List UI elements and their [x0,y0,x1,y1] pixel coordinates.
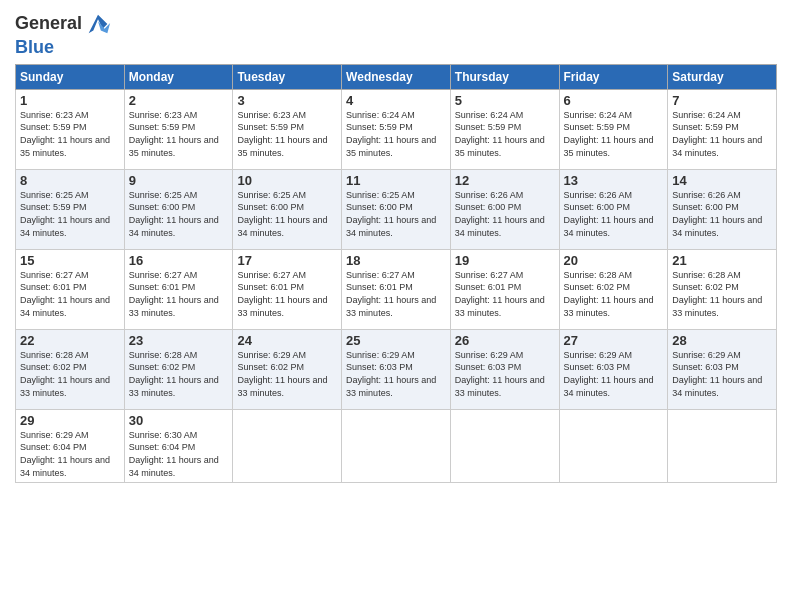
cell-info: Sunrise: 6:28 AMSunset: 6:02 PMDaylight:… [20,349,120,399]
week-row: 1Sunrise: 6:23 AMSunset: 5:59 PMDaylight… [16,89,777,169]
col-header-sunday: Sunday [16,64,125,89]
day-number: 9 [129,173,229,188]
day-number: 5 [455,93,555,108]
day-number: 20 [564,253,664,268]
week-row: 29Sunrise: 6:29 AMSunset: 6:04 PMDayligh… [16,409,777,482]
day-number: 12 [455,173,555,188]
cell-info: Sunrise: 6:24 AMSunset: 5:59 PMDaylight:… [346,109,446,159]
week-row: 22Sunrise: 6:28 AMSunset: 6:02 PMDayligh… [16,329,777,409]
cell-info: Sunrise: 6:29 AMSunset: 6:04 PMDaylight:… [20,429,120,479]
calendar-cell: 9Sunrise: 6:25 AMSunset: 6:00 PMDaylight… [124,169,233,249]
header: General Blue [15,10,777,58]
calendar-cell: 16Sunrise: 6:27 AMSunset: 6:01 PMDayligh… [124,249,233,329]
calendar-cell: 7Sunrise: 6:24 AMSunset: 5:59 PMDaylight… [668,89,777,169]
cell-info: Sunrise: 6:24 AMSunset: 5:59 PMDaylight:… [672,109,772,159]
calendar-cell: 4Sunrise: 6:24 AMSunset: 5:59 PMDaylight… [342,89,451,169]
day-number: 21 [672,253,772,268]
day-number: 8 [20,173,120,188]
calendar-cell: 13Sunrise: 6:26 AMSunset: 6:00 PMDayligh… [559,169,668,249]
cell-info: Sunrise: 6:29 AMSunset: 6:03 PMDaylight:… [564,349,664,399]
calendar-cell: 27Sunrise: 6:29 AMSunset: 6:03 PMDayligh… [559,329,668,409]
calendar-cell: 28Sunrise: 6:29 AMSunset: 6:03 PMDayligh… [668,329,777,409]
calendar-cell: 14Sunrise: 6:26 AMSunset: 6:00 PMDayligh… [668,169,777,249]
day-number: 27 [564,333,664,348]
header-row: SundayMondayTuesdayWednesdayThursdayFrid… [16,64,777,89]
col-header-monday: Monday [124,64,233,89]
calendar-cell: 12Sunrise: 6:26 AMSunset: 6:00 PMDayligh… [450,169,559,249]
day-number: 26 [455,333,555,348]
cell-info: Sunrise: 6:28 AMSunset: 6:02 PMDaylight:… [672,269,772,319]
day-number: 1 [20,93,120,108]
day-number: 24 [237,333,337,348]
cell-info: Sunrise: 6:27 AMSunset: 6:01 PMDaylight:… [129,269,229,319]
cell-info: Sunrise: 6:26 AMSunset: 6:00 PMDaylight:… [672,189,772,239]
col-header-tuesday: Tuesday [233,64,342,89]
cell-info: Sunrise: 6:26 AMSunset: 6:00 PMDaylight:… [455,189,555,239]
calendar-cell [668,409,777,482]
cell-info: Sunrise: 6:25 AMSunset: 6:00 PMDaylight:… [129,189,229,239]
calendar-cell: 17Sunrise: 6:27 AMSunset: 6:01 PMDayligh… [233,249,342,329]
col-header-wednesday: Wednesday [342,64,451,89]
calendar-cell: 10Sunrise: 6:25 AMSunset: 6:00 PMDayligh… [233,169,342,249]
day-number: 13 [564,173,664,188]
logo-text-blue: Blue [15,38,54,58]
day-number: 11 [346,173,446,188]
day-number: 16 [129,253,229,268]
calendar-cell [559,409,668,482]
calendar-cell [233,409,342,482]
logo-icon [84,10,112,38]
calendar-cell: 26Sunrise: 6:29 AMSunset: 6:03 PMDayligh… [450,329,559,409]
calendar-cell: 18Sunrise: 6:27 AMSunset: 6:01 PMDayligh… [342,249,451,329]
day-number: 3 [237,93,337,108]
day-number: 15 [20,253,120,268]
day-number: 6 [564,93,664,108]
calendar-cell: 15Sunrise: 6:27 AMSunset: 6:01 PMDayligh… [16,249,125,329]
col-header-saturday: Saturday [668,64,777,89]
calendar-cell: 5Sunrise: 6:24 AMSunset: 5:59 PMDaylight… [450,89,559,169]
cell-info: Sunrise: 6:30 AMSunset: 6:04 PMDaylight:… [129,429,229,479]
cell-info: Sunrise: 6:25 AMSunset: 5:59 PMDaylight:… [20,189,120,239]
day-number: 19 [455,253,555,268]
cell-info: Sunrise: 6:29 AMSunset: 6:03 PMDaylight:… [455,349,555,399]
day-number: 18 [346,253,446,268]
day-number: 2 [129,93,229,108]
cell-info: Sunrise: 6:24 AMSunset: 5:59 PMDaylight:… [564,109,664,159]
day-number: 30 [129,413,229,428]
calendar-cell: 21Sunrise: 6:28 AMSunset: 6:02 PMDayligh… [668,249,777,329]
cell-info: Sunrise: 6:29 AMSunset: 6:03 PMDaylight:… [672,349,772,399]
calendar-cell: 24Sunrise: 6:29 AMSunset: 6:02 PMDayligh… [233,329,342,409]
calendar-cell: 25Sunrise: 6:29 AMSunset: 6:03 PMDayligh… [342,329,451,409]
day-number: 7 [672,93,772,108]
logo-text-general: General [15,14,82,34]
calendar-cell [342,409,451,482]
cell-info: Sunrise: 6:23 AMSunset: 5:59 PMDaylight:… [20,109,120,159]
calendar-cell: 23Sunrise: 6:28 AMSunset: 6:02 PMDayligh… [124,329,233,409]
day-number: 10 [237,173,337,188]
cell-info: Sunrise: 6:29 AMSunset: 6:02 PMDaylight:… [237,349,337,399]
day-number: 17 [237,253,337,268]
day-number: 25 [346,333,446,348]
cell-info: Sunrise: 6:29 AMSunset: 6:03 PMDaylight:… [346,349,446,399]
calendar-cell: 29Sunrise: 6:29 AMSunset: 6:04 PMDayligh… [16,409,125,482]
calendar-cell: 1Sunrise: 6:23 AMSunset: 5:59 PMDaylight… [16,89,125,169]
week-row: 8Sunrise: 6:25 AMSunset: 5:59 PMDaylight… [16,169,777,249]
calendar-cell: 6Sunrise: 6:24 AMSunset: 5:59 PMDaylight… [559,89,668,169]
col-header-thursday: Thursday [450,64,559,89]
cell-info: Sunrise: 6:25 AMSunset: 6:00 PMDaylight:… [237,189,337,239]
cell-info: Sunrise: 6:28 AMSunset: 6:02 PMDaylight:… [564,269,664,319]
day-number: 22 [20,333,120,348]
calendar-cell: 30Sunrise: 6:30 AMSunset: 6:04 PMDayligh… [124,409,233,482]
calendar-cell: 3Sunrise: 6:23 AMSunset: 5:59 PMDaylight… [233,89,342,169]
calendar-cell: 2Sunrise: 6:23 AMSunset: 5:59 PMDaylight… [124,89,233,169]
calendar-cell: 11Sunrise: 6:25 AMSunset: 6:00 PMDayligh… [342,169,451,249]
week-row: 15Sunrise: 6:27 AMSunset: 6:01 PMDayligh… [16,249,777,329]
cell-info: Sunrise: 6:25 AMSunset: 6:00 PMDaylight:… [346,189,446,239]
logo: General Blue [15,10,112,58]
cell-info: Sunrise: 6:27 AMSunset: 6:01 PMDaylight:… [20,269,120,319]
calendar-cell: 19Sunrise: 6:27 AMSunset: 6:01 PMDayligh… [450,249,559,329]
cell-info: Sunrise: 6:24 AMSunset: 5:59 PMDaylight:… [455,109,555,159]
col-header-friday: Friday [559,64,668,89]
cell-info: Sunrise: 6:27 AMSunset: 6:01 PMDaylight:… [455,269,555,319]
calendar-cell [450,409,559,482]
cell-info: Sunrise: 6:27 AMSunset: 6:01 PMDaylight:… [237,269,337,319]
